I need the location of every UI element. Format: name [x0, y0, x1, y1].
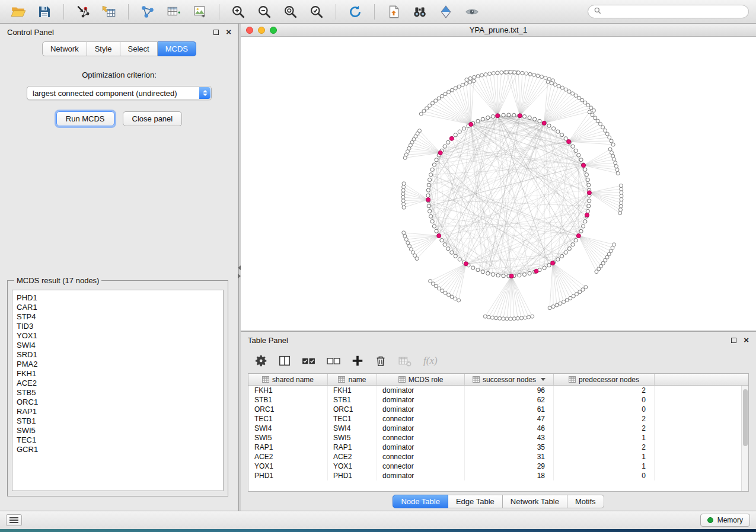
tab-motifs[interactable]: Motifs — [567, 495, 604, 508]
table-cell[interactable]: TEC1 — [328, 414, 377, 424]
table-cell[interactable]: connector — [377, 414, 465, 424]
search-input[interactable] — [605, 8, 743, 16]
table-cell[interactable]: FKH1 — [248, 386, 328, 395]
result-node-item[interactable]: RAP1 — [17, 407, 223, 416]
import-network-icon[interactable] — [72, 2, 94, 21]
table-cell[interactable]: PHD1 — [248, 471, 328, 480]
select-all-icon[interactable] — [301, 354, 316, 368]
table-scrollbar[interactable] — [741, 386, 748, 491]
column-header-name[interactable]: name — [328, 374, 377, 385]
column-header-successor-nodes[interactable]: successor nodes — [465, 374, 554, 385]
result-node-item[interactable]: TID3 — [17, 322, 223, 331]
table-cell[interactable]: TEC1 — [248, 414, 328, 424]
table-panel-float-icon[interactable] — [731, 338, 736, 343]
table-cell[interactable]: RAP1 — [328, 443, 377, 452]
refresh-view-icon[interactable] — [344, 2, 366, 21]
result-node-item[interactable]: STP4 — [17, 312, 223, 322]
table-cell[interactable]: SWI4 — [328, 424, 377, 433]
search-box[interactable] — [588, 5, 749, 18]
export-table-icon[interactable] — [162, 2, 185, 21]
table-cell[interactable]: dominator — [377, 471, 465, 480]
zoom-fit-icon[interactable] — [279, 2, 302, 21]
render-settings-icon[interactable] — [435, 2, 457, 21]
table-row[interactable]: STB1STB1dominator620 — [248, 395, 741, 405]
criterion-dropdown[interactable]: largest connected component (undirected) — [27, 86, 212, 100]
result-node-item[interactable]: STB1 — [17, 416, 223, 426]
collapse-left-icon[interactable] — [238, 265, 241, 270]
table-cell[interactable]: 96 — [465, 386, 554, 395]
window-maximize-button[interactable] — [270, 27, 277, 34]
show-columns-icon[interactable] — [278, 354, 291, 367]
run-mcds-button[interactable]: Run MCDS — [56, 111, 114, 126]
tab-style[interactable]: Style — [87, 41, 120, 56]
tab-mcds[interactable]: MCDS — [158, 41, 196, 56]
table-cell[interactable]: STB1 — [328, 395, 377, 405]
table-cell[interactable]: PHD1 — [328, 471, 377, 480]
network-canvas[interactable] — [241, 37, 756, 331]
show-graphics-icon[interactable] — [461, 2, 483, 21]
table-cell[interactable]: 2 — [554, 424, 655, 433]
table-cell[interactable]: 47 — [465, 414, 554, 424]
table-cell[interactable]: ORC1 — [248, 405, 328, 414]
table-gear-icon[interactable] — [255, 354, 268, 367]
clone-network-icon[interactable] — [382, 2, 405, 21]
table-cell[interactable]: 31 — [465, 452, 554, 462]
zoom-in-icon[interactable] — [227, 2, 250, 21]
table-row[interactable]: ACE2ACE2connector311 — [248, 452, 741, 462]
result-node-item[interactable]: STB5 — [17, 388, 223, 398]
save-session-icon[interactable] — [33, 2, 56, 21]
export-network-icon[interactable] — [136, 2, 159, 21]
scrollbar-thumb[interactable] — [743, 389, 748, 446]
result-node-item[interactable]: SRD1 — [17, 350, 223, 360]
table-cell[interactable]: STB1 — [248, 395, 328, 405]
result-node-item[interactable]: PHD1 — [17, 293, 223, 303]
network-window-titlebar[interactable]: YPA_prune.txt_1 — [241, 24, 756, 37]
column-header-shared-name[interactable]: shared name — [248, 374, 328, 385]
table-cell[interactable]: SWI4 — [248, 424, 328, 433]
tab-edge-table[interactable]: Edge Table — [448, 495, 503, 508]
result-node-item[interactable]: FKH1 — [17, 369, 223, 379]
table-cell[interactable]: SWI5 — [328, 433, 377, 443]
table-cell[interactable]: 43 — [465, 433, 554, 443]
table-cell[interactable]: 62 — [465, 395, 554, 405]
table-cell[interactable]: connector — [377, 452, 465, 462]
control-panel-float-icon[interactable] — [213, 30, 219, 35]
find-icon[interactable] — [409, 2, 431, 21]
table-row[interactable]: FKH1FKH1dominator962 — [248, 386, 741, 395]
result-node-item[interactable]: ORC1 — [17, 398, 223, 407]
table-cell[interactable]: 61 — [465, 405, 554, 414]
table-cell[interactable]: dominator — [377, 405, 465, 414]
table-cell[interactable]: connector — [377, 462, 465, 471]
table-row[interactable]: ORC1ORC1dominator610 — [248, 405, 741, 414]
collapse-right-icon[interactable] — [238, 274, 241, 278]
table-row[interactable]: SWI5SWI5connector431 — [248, 433, 741, 443]
export-image-icon[interactable] — [189, 2, 211, 21]
tab-network-table[interactable]: Network Table — [503, 495, 567, 508]
table-cell[interactable]: 46 — [465, 424, 554, 433]
control-panel-close-icon[interactable]: × — [226, 29, 231, 35]
result-node-item[interactable]: TEC1 — [17, 435, 223, 445]
table-panel-close-icon[interactable]: × — [744, 337, 749, 343]
result-node-item[interactable]: SWI5 — [17, 426, 223, 435]
window-close-button[interactable] — [246, 27, 253, 34]
table-cell[interactable]: 18 — [465, 471, 554, 480]
result-node-item[interactable]: SWI4 — [17, 341, 223, 350]
zoom-out-icon[interactable] — [253, 2, 276, 21]
zoom-selected-icon[interactable] — [305, 2, 328, 21]
new-column-icon[interactable] — [351, 354, 364, 367]
table-cell[interactable]: dominator — [377, 443, 465, 452]
memory-button[interactable]: Memory — [700, 514, 750, 527]
network-graph[interactable] — [241, 37, 756, 331]
table-cell[interactable]: YOX1 — [248, 462, 328, 471]
table-cell[interactable]: 2 — [554, 386, 655, 395]
table-cell[interactable]: 35 — [465, 443, 554, 452]
table-cell[interactable]: ACE2 — [248, 452, 328, 462]
table-cell[interactable]: RAP1 — [248, 443, 328, 452]
table-cell[interactable]: ACE2 — [328, 452, 377, 462]
result-node-item[interactable]: CAR1 — [17, 303, 223, 312]
status-menu-button[interactable] — [6, 514, 22, 526]
table-row[interactable]: RAP1RAP1dominator352 — [248, 443, 741, 452]
import-table-icon[interactable] — [98, 2, 120, 21]
table-row[interactable]: PHD1PHD1dominator180 — [248, 471, 741, 480]
table-cell[interactable]: 0 — [554, 405, 655, 414]
